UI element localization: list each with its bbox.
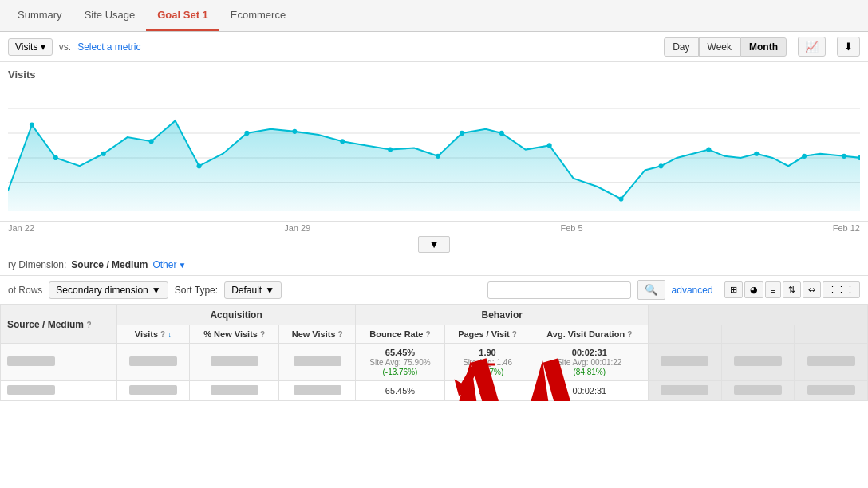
secondary-dimension-label: Secondary dimension: [56, 285, 148, 296]
chart-point: [149, 139, 154, 144]
summary-row: 65.45% Site Avg: 75.90% (-13.76%) 1.90 S…: [1, 344, 868, 381]
search-input[interactable]: [487, 281, 631, 299]
x-label-feb5: Feb 5: [560, 223, 582, 233]
bounce-rate-label: Bounce Rate: [369, 329, 423, 339]
new-visits-help-icon[interactable]: ?: [338, 330, 343, 339]
top-nav: Summary Site Usage Goal Set 1 Ecommerce: [0, 0, 868, 32]
dur-diff: (84.81%): [574, 368, 606, 376]
extra-col2: [721, 325, 795, 344]
pivot-view-button[interactable]: ⇔: [803, 281, 821, 298]
bounce-rate-header: Bounce Rate ?: [356, 325, 444, 344]
avg-visit-duration-help-icon[interactable]: ?: [627, 330, 632, 339]
period-buttons: Day Week Month: [664, 37, 787, 57]
row1-bounce: 65.45%: [356, 381, 444, 401]
tab-goal-set-1[interactable]: Goal Set 1: [146, 1, 219, 31]
pie-view-button[interactable]: ◕: [744, 281, 763, 298]
dur-site-avg-label: Site Avg:: [557, 358, 588, 367]
month-button[interactable]: Month: [740, 37, 787, 57]
chart-point: [197, 163, 202, 168]
blurred-extra1: [661, 356, 708, 366]
pages-visit-help-icon[interactable]: ?: [512, 330, 517, 339]
summary-extra1: [649, 344, 722, 381]
x-label-feb12: Feb 12: [833, 223, 860, 233]
pages-visit-label: Pages / Visit: [458, 329, 510, 339]
source-medium-help-icon[interactable]: ?: [86, 321, 91, 329]
advanced-link[interactable]: advanced: [672, 285, 713, 296]
chart-point: [842, 154, 846, 159]
row1-visits: [116, 381, 190, 401]
scroll-indicator: ▼: [0, 234, 868, 254]
day-button[interactable]: Day: [664, 37, 698, 57]
select-metric-link[interactable]: Select a metric: [77, 41, 140, 53]
row1-pages: 1.90: [444, 381, 531, 401]
row1-new-visits: [279, 381, 356, 401]
pages-site-avg-val: 1.46: [496, 358, 511, 367]
chart-point: [292, 129, 297, 134]
chart-point: [658, 163, 663, 168]
dimension-row: ry Dimension: Source / Medium Other ▼: [0, 254, 868, 276]
blurred-row1-extra3: [807, 385, 855, 395]
row1-source: [1, 381, 117, 401]
dimension-value: Source / Medium: [71, 259, 148, 270]
pct-new-visits-help-icon[interactable]: ?: [260, 330, 265, 339]
chart-type-button[interactable]: 📈: [798, 37, 826, 57]
chart-point: [547, 143, 552, 148]
visits-label: Visits: [135, 329, 158, 339]
pages-diff: (30.47%): [471, 368, 504, 376]
secondary-dimension-button[interactable]: Secondary dimension ▼: [49, 281, 168, 299]
metric-select-button[interactable]: Visits ▾: [8, 38, 53, 56]
summary-source: [1, 344, 117, 381]
secondary-dimension-arrow: ▼: [152, 285, 161, 296]
chart-point: [436, 154, 440, 159]
visits-chart: [8, 84, 860, 211]
blurred-row1-extra1: [661, 385, 708, 395]
sort-type-button[interactable]: Default ▼: [224, 281, 282, 299]
bounce-site-avg-val: 75.90%: [404, 358, 431, 367]
scroll-down-button[interactable]: ▼: [418, 236, 449, 253]
chart-point: [706, 147, 711, 152]
tab-summary[interactable]: Summary: [6, 1, 73, 31]
tab-site-usage[interactable]: Site Usage: [73, 1, 147, 31]
new-visits-header: New Visits ?: [279, 325, 356, 344]
search-button[interactable]: 🔍: [637, 280, 665, 300]
toolbar: Visits ▾ vs. Select a metric Day Week Mo…: [0, 32, 868, 62]
tab-ecommerce[interactable]: Ecommerce: [219, 1, 297, 31]
table-row: 65.45% 1.90 00:02:31: [1, 381, 868, 401]
dur-site-avg-val: 00:01:22: [591, 358, 622, 367]
blurred-row1-source: [7, 385, 55, 395]
source-medium-header: Source / Medium ?: [1, 305, 117, 344]
row1-duration: 00:02:31: [531, 381, 649, 401]
extra-col1: [649, 325, 722, 344]
chart-point: [388, 147, 393, 152]
bounce-rate-help-icon[interactable]: ?: [426, 330, 431, 339]
chart-point: [30, 123, 34, 128]
grid-view-button[interactable]: ⊞: [724, 281, 743, 298]
bounce-site-avg-label: Site Avg:: [369, 358, 400, 367]
pct-new-visits-label: % New Visits: [203, 329, 258, 339]
chart-point: [460, 131, 464, 136]
new-visits-label: New Visits: [292, 329, 336, 339]
compare-view-button[interactable]: ⇅: [783, 281, 801, 298]
visits-sort-arrow: ↓: [168, 330, 172, 339]
pages-site-avg-label: Site Avg:: [463, 358, 494, 367]
chart-point: [244, 131, 249, 136]
extra-col3: [795, 325, 868, 344]
summary-extra2: [721, 344, 795, 381]
blurred-extra3: [807, 356, 855, 366]
visits-help-icon[interactable]: ?: [160, 330, 165, 339]
chart-container: [8, 84, 860, 211]
pages-visit-header: Pages / Visit ?: [444, 325, 531, 344]
week-button[interactable]: Week: [699, 37, 740, 57]
dimension-label: ry Dimension:: [8, 259, 66, 270]
custom-view-button[interactable]: ⋮⋮⋮: [823, 281, 860, 298]
dimension-other-link[interactable]: Other ▼: [152, 259, 186, 270]
export-button[interactable]: ⬇: [837, 37, 860, 57]
bar-view-button[interactable]: ≡: [765, 281, 781, 298]
row1-extra2: [721, 381, 795, 401]
visits-header[interactable]: Visits ? ↓: [116, 325, 190, 344]
vs-label: vs.: [59, 41, 71, 53]
sort-type-arrow: ▼: [265, 285, 274, 296]
chart-fill: [8, 120, 860, 211]
chart-point: [754, 152, 759, 156]
summary-bounce: 65.45% Site Avg: 75.90% (-13.76%): [356, 344, 444, 381]
